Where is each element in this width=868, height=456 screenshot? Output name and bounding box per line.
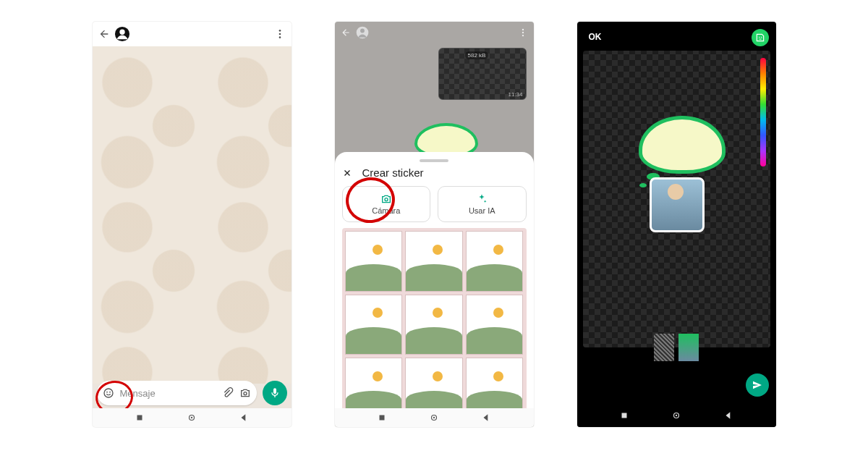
gallery-grid	[342, 228, 527, 421]
back-arrow-icon[interactable]	[341, 28, 351, 38]
svg-point-21	[759, 37, 760, 38]
chat-top-bar	[335, 22, 534, 43]
more-menu-icon[interactable]	[274, 28, 286, 40]
nav-home-icon[interactable]	[187, 413, 197, 423]
svg-rect-23	[621, 413, 626, 418]
voice-record-button[interactable]	[263, 381, 287, 405]
svg-point-15	[522, 32, 523, 33]
sheet-drag-handle[interactable]	[420, 159, 448, 162]
cutout-person-sticker[interactable]	[650, 177, 705, 232]
ok-button[interactable]: OK	[589, 32, 602, 42]
create-sticker-screen: 582 kB 11:34 Crear sticker Cámara Usar I…	[335, 22, 534, 427]
svg-point-3	[278, 33, 281, 35]
sparkle-icon	[476, 193, 488, 205]
back-arrow-icon[interactable]	[98, 28, 110, 40]
chat-top-bar	[93, 22, 292, 46]
gallery-thumb[interactable]	[405, 295, 463, 355]
attach-icon[interactable]	[222, 387, 234, 399]
gallery-thumb[interactable]	[405, 231, 463, 292]
sticker-picker-button[interactable]	[752, 29, 769, 46]
microphone-icon	[269, 387, 281, 399]
chat-wallpaper	[93, 46, 292, 384]
color-slider[interactable]	[760, 58, 766, 166]
chat-screen: Mensaje	[93, 22, 292, 427]
use-ai-option-button[interactable]: Usar IA	[438, 186, 527, 222]
nav-back-icon[interactable]	[481, 413, 491, 423]
nav-recent-icon[interactable]	[377, 413, 387, 423]
sticker-editor-screen: OK	[577, 22, 776, 427]
android-nav-bar	[577, 404, 776, 427]
media-timestamp: 11:34	[508, 91, 522, 98]
svg-point-2	[278, 30, 281, 32]
svg-point-13	[360, 29, 365, 33]
media-message-preview[interactable]: 582 kB 11:34	[438, 48, 527, 100]
use-ai-option-label: Usar IA	[469, 206, 495, 215]
nav-home-icon[interactable]	[429, 413, 439, 423]
close-icon[interactable]	[342, 168, 352, 178]
send-icon	[752, 379, 763, 391]
nav-back-icon[interactable]	[723, 410, 733, 421]
nav-home-icon[interactable]	[671, 410, 681, 421]
nav-back-icon[interactable]	[239, 413, 249, 423]
gallery-thumb[interactable]	[345, 295, 403, 355]
svg-point-8	[244, 392, 247, 395]
svg-point-11	[191, 417, 192, 418]
more-menu-icon[interactable]	[518, 28, 528, 38]
gallery-thumb[interactable]	[345, 231, 403, 292]
recent-sticker-thumb[interactable]	[678, 334, 699, 361]
recent-stickers-tray	[577, 326, 776, 369]
svg-point-25	[676, 415, 677, 416]
message-placeholder: Mensaje	[120, 388, 216, 399]
recent-sticker-thumb[interactable]	[654, 334, 674, 361]
send-button[interactable]	[746, 373, 769, 397]
create-sticker-bottom-sheet: Crear sticker Cámara Usar IA	[335, 152, 534, 408]
android-nav-bar	[93, 408, 292, 427]
svg-rect-18	[379, 415, 384, 421]
svg-point-4	[278, 36, 281, 38]
svg-point-14	[522, 29, 523, 30]
avatar-icon[interactable]	[355, 25, 370, 40]
avatar-icon[interactable]	[114, 26, 130, 42]
svg-point-22	[761, 37, 762, 38]
media-size-badge: 582 kB	[465, 51, 489, 59]
nav-recent-icon[interactable]	[619, 410, 629, 421]
svg-point-20	[433, 417, 435, 418]
gallery-thumb[interactable]	[466, 295, 524, 355]
sticker-icon	[755, 33, 765, 43]
svg-rect-9	[137, 415, 142, 421]
nav-recent-icon[interactable]	[135, 413, 145, 423]
android-nav-bar	[335, 408, 534, 427]
svg-point-1	[119, 30, 124, 35]
svg-point-16	[522, 35, 523, 36]
camera-icon[interactable]	[239, 387, 251, 399]
gallery-thumb[interactable]	[466, 231, 524, 292]
